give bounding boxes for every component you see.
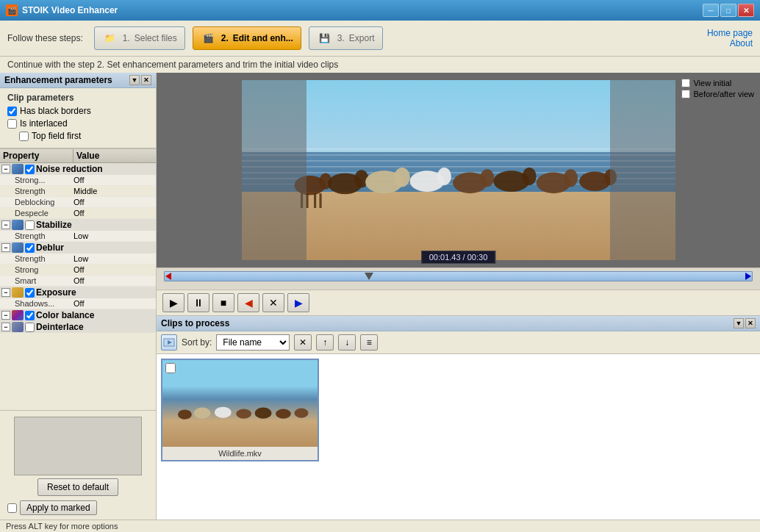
deinterlace-checkbox[interactable]: [25, 323, 35, 332]
apply-to-marked-button[interactable]: Apply to marked: [20, 500, 97, 515]
svg-point-26: [254, 408, 271, 419]
property-col-header: Property: [0, 149, 74, 162]
color-balance-header[interactable]: − Color balance: [0, 309, 156, 321]
clips-panel: Clips to process ▼ ✕ Sort by:: [157, 315, 760, 520]
before-after-option[interactable]: Before/after view: [681, 90, 754, 98]
deinterlace-expand[interactable]: −: [1, 323, 10, 331]
clip-parameters-section: Clip parameters Has black borders Is int…: [0, 88, 156, 148]
reset-to-default-button[interactable]: Reset to default: [37, 478, 118, 496]
stabilize-checkbox[interactable]: [25, 220, 35, 230]
clips-toolbar: Sort by: File name Date Size ✕ ↑ ↓ ≡: [157, 331, 760, 354]
panel-pin-button[interactable]: ▼: [129, 75, 140, 85]
is-interlaced-checkbox[interactable]: [7, 119, 17, 129]
close-button[interactable]: ✕: [738, 4, 754, 17]
noise-reduction-icon: [12, 164, 24, 174]
view-initial-checkbox[interactable]: [681, 79, 690, 87]
deinterlace-header[interactable]: − Deinterlace: [0, 321, 156, 333]
sort-label: Sort by:: [182, 337, 212, 348]
clips-pin-button[interactable]: ▼: [734, 318, 744, 328]
play-button[interactable]: ▶: [162, 293, 184, 312]
move-up-button[interactable]: ↑: [316, 334, 334, 351]
remove-clip-button[interactable]: ✕: [294, 334, 312, 351]
color-balance-expand[interactable]: −: [1, 311, 10, 320]
apply-checkbox[interactable]: [7, 503, 17, 513]
mark-in-button[interactable]: ◀: [237, 293, 259, 312]
exposure-expand[interactable]: −: [1, 288, 10, 297]
panel-close-button[interactable]: ✕: [141, 75, 151, 85]
preview-box: [14, 417, 142, 475]
prop-row: Shadows...Off: [0, 298, 156, 309]
noise-reduction-group: − Noise reduction Strong...Off StrengthM…: [0, 163, 156, 219]
sort-select[interactable]: File name Date Size: [216, 334, 290, 351]
enhancement-panel-title: Enhancement parameters: [4, 75, 112, 85]
maximize-button[interactable]: □: [720, 4, 736, 17]
panel-header-controls: ▼ ✕: [129, 75, 151, 85]
clips-close-button[interactable]: ✕: [745, 318, 756, 328]
color-balance-icon: [12, 310, 24, 320]
main-content: Enhancement parameters ▼ ✕ Clip paramete…: [0, 73, 760, 520]
left-panel-bottom: Reset to default Apply to marked: [0, 410, 156, 520]
stabilize-expand[interactable]: −: [1, 220, 10, 229]
before-after-checkbox[interactable]: [681, 90, 690, 98]
top-field-first-checkbox[interactable]: [19, 132, 29, 141]
clip-item[interactable]: Wildlife.mkv: [161, 359, 319, 461]
clip-horses-svg: [171, 390, 310, 425]
deblur-expand[interactable]: −: [1, 243, 10, 252]
has-black-borders-checkbox[interactable]: [7, 107, 17, 116]
svg-point-27: [276, 409, 291, 419]
exposure-header[interactable]: − Exposure: [0, 287, 156, 298]
svg-point-22: [178, 410, 192, 420]
deblur-checkbox[interactable]: [25, 243, 35, 253]
clip-select-checkbox[interactable]: [165, 363, 176, 373]
mark-out-button[interactable]: ▶: [287, 293, 309, 312]
before-after-label: Before/after view: [693, 90, 754, 98]
exposure-label: Exposure: [36, 287, 76, 298]
step1-button[interactable]: 📁 1. Select files: [94, 26, 185, 50]
timeline-area[interactable]: [157, 267, 760, 290]
step3-button[interactable]: 💾 3. Export: [309, 26, 383, 50]
video-area: 00:01.43 / 00:30 View initial Before/aft…: [157, 73, 760, 267]
prop-row: StrongOff: [0, 265, 156, 276]
exposure-checkbox[interactable]: [25, 288, 35, 298]
trim-start-marker[interactable]: [165, 273, 171, 280]
about-link[interactable]: About: [707, 38, 753, 48]
is-interlaced-label: Is interlaced: [20, 118, 68, 129]
mark-clear-button[interactable]: ✕: [262, 293, 284, 312]
timeline-track[interactable]: [164, 271, 753, 281]
gray-overlay-right: [610, 80, 675, 260]
step2-button[interactable]: 🎬 2. Edit and enh...: [193, 26, 301, 50]
properties-button[interactable]: ≡: [360, 334, 378, 351]
prop-row: Strong...Off: [0, 175, 156, 186]
stabilize-header[interactable]: − Stabilize: [0, 219, 156, 231]
noise-reduction-checkbox[interactable]: [25, 165, 35, 174]
play-icon: ▶: [170, 297, 178, 309]
trim-end-marker[interactable]: [745, 273, 751, 280]
steps-label: Follow these steps:: [7, 33, 83, 43]
move-down-button[interactable]: ↓: [338, 334, 356, 351]
info-bar: Continue with the step 2. Set enhancemen…: [0, 57, 760, 73]
noise-reduction-expand[interactable]: −: [1, 165, 10, 173]
prop-row: StrengthMiddle: [0, 186, 156, 197]
clip-params-label: Clip parameters: [7, 93, 148, 103]
timeline-indicator: [365, 269, 373, 284]
window-body: Follow these steps: 📁 1. Select files 🎬 …: [0, 21, 760, 532]
step2-icon: 🎬: [201, 32, 217, 45]
video-canvas: [242, 80, 675, 260]
stop-button[interactable]: ■: [212, 293, 234, 312]
add-clip-icon[interactable]: [161, 334, 177, 351]
view-initial-option[interactable]: View initial: [681, 79, 754, 87]
mark-in-icon: ◀: [245, 297, 253, 309]
app-icon: 🎬: [6, 4, 18, 16]
step1-number: 1.: [123, 33, 130, 43]
top-field-first-label: Top field first: [32, 131, 81, 141]
minimize-button[interactable]: ─: [703, 4, 719, 17]
pause-button[interactable]: ⏸: [187, 293, 209, 312]
value-col-header: Value: [74, 149, 132, 162]
noise-reduction-header[interactable]: − Noise reduction: [0, 163, 156, 175]
prop-row: StrengthLow: [0, 254, 156, 265]
color-balance-checkbox[interactable]: [25, 311, 35, 320]
home-page-link[interactable]: Home page: [707, 28, 753, 38]
mark-out-icon: ▶: [295, 297, 303, 309]
deblur-header[interactable]: − Deblur: [0, 242, 156, 254]
horses-svg: [263, 129, 653, 209]
